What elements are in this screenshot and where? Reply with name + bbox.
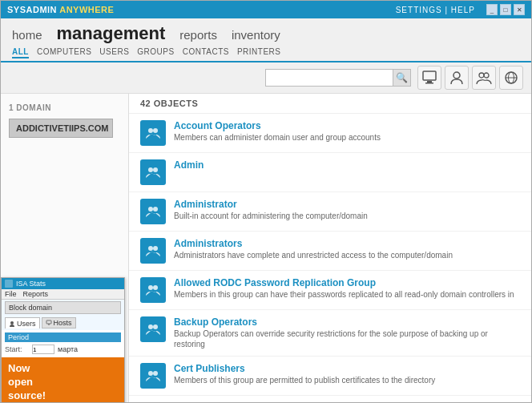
object-list-header: 42 OBJECTS <box>129 94 531 114</box>
svg-point-14 <box>153 128 158 133</box>
table-row[interactable]: Allowed RODC Password Replication Group … <box>129 271 531 310</box>
object-text: Administrators Administrators have compl… <box>174 238 453 260</box>
thumb-tab-users[interactable]: Users <box>5 317 40 328</box>
svg-rect-9 <box>5 280 13 288</box>
subnav-users[interactable]: USERS <box>99 47 129 58</box>
object-desc: Backup Operators can override security r… <box>174 328 520 349</box>
subnav-computers[interactable]: COMPUTERS <box>37 47 91 58</box>
thumb-tab-hosts[interactable]: Hosts <box>42 317 76 328</box>
maximize-button[interactable]: □ <box>500 4 511 15</box>
svg-point-20 <box>153 246 158 251</box>
close-button[interactable]: ✕ <box>514 4 525 15</box>
subnav-groups[interactable]: GROUPS <box>137 47 174 58</box>
search-input[interactable] <box>265 69 393 87</box>
settings-help[interactable]: SETTINGS | HELP <box>396 6 475 14</box>
object-icon <box>140 238 166 264</box>
nav-home[interactable]: home <box>12 28 42 42</box>
domain-button[interactable]: ADDICTIVETIIPS.COM <box>9 119 113 138</box>
svg-point-18 <box>153 207 158 212</box>
svg-rect-2 <box>425 83 433 84</box>
main-layout: 1 DOMAIN ADDICTIVETIIPS.COM ISA Stats Fi… <box>1 94 531 403</box>
block-domain-button[interactable]: Block domain <box>5 301 121 314</box>
object-icon <box>140 316 166 342</box>
svg-point-19 <box>148 246 153 251</box>
main-nav: home management reports inventory <box>12 23 520 44</box>
thumbnail-menubar: File Reports <box>2 289 124 300</box>
app-title: SYSADMIN ANYWHERE <box>7 5 114 14</box>
sub-nav: ALL COMPUTERS USERS GROUPS CONTACTS PRIN… <box>12 47 520 61</box>
start-input[interactable] <box>32 345 54 354</box>
object-desc: Members in this group can have their pas… <box>174 289 514 300</box>
nav-reports[interactable]: reports <box>179 28 217 42</box>
toolbar-group-icon[interactable] <box>472 66 496 90</box>
svg-point-22 <box>153 285 158 290</box>
svg-point-10 <box>10 321 14 324</box>
thumbnail-titlebar: ISA Stats <box>2 278 124 289</box>
period-label[interactable]: Period <box>5 332 121 342</box>
sidebar-domain-count: 1 DOMAIN <box>1 100 128 115</box>
thumbnail-content: Period Start: марта <box>2 330 124 357</box>
object-text: Admin <box>174 159 204 171</box>
object-desc: Members can administer domain user and g… <box>174 132 381 143</box>
svg-point-17 <box>148 207 153 212</box>
banner-line3: source! <box>8 389 118 403</box>
window-controls: SETTINGS | HELP _ □ ✕ <box>396 4 525 15</box>
svg-point-3 <box>453 72 460 79</box>
table-row[interactable]: Administrators Administrators have compl… <box>129 232 531 271</box>
object-name: Administrator <box>174 199 368 210</box>
svg-point-23 <box>148 324 153 329</box>
toolbar-computers-icon[interactable] <box>417 66 441 90</box>
search-bar: 🔍 <box>1 62 531 94</box>
app-highlight: ANYWHERE <box>59 5 114 14</box>
object-desc: Administrators have complete and unrestr… <box>174 250 453 260</box>
subnav-all[interactable]: ALL <box>12 47 29 58</box>
thumbnail-menu-reports[interactable]: Reports <box>23 290 49 298</box>
title-bar: SYSADMIN ANYWHERE SETTINGS | HELP _ □ ✕ <box>1 1 531 18</box>
toolbar-globe-icon[interactable] <box>499 66 523 90</box>
object-list: 42 OBJECTS Account Operators Members can… <box>129 94 531 403</box>
svg-rect-12 <box>48 324 50 325</box>
table-row[interactable]: Account Operators Members can administer… <box>129 114 531 153</box>
search-button[interactable]: 🔍 <box>393 69 411 87</box>
object-name: Account Operators <box>174 120 381 131</box>
svg-point-13 <box>148 128 153 133</box>
table-row[interactable]: Admin <box>129 153 531 192</box>
table-row[interactable]: Administrator Built-in account for admin… <box>129 192 531 232</box>
object-icon <box>140 120 166 146</box>
banner-line2: open <box>8 376 118 389</box>
sidebar: 1 DOMAIN ADDICTIVETIIPS.COM ISA Stats Fi… <box>1 94 129 403</box>
nav-inventory[interactable]: inventory <box>232 28 280 42</box>
svg-point-15 <box>148 167 153 172</box>
object-text: Administrator Built-in account for admin… <box>174 199 368 221</box>
object-name: Allowed RODC Password Replication Group <box>174 277 514 288</box>
minimize-button[interactable]: _ <box>486 4 498 15</box>
object-desc: Members of this group are permitted to p… <box>174 375 435 385</box>
object-name: Backup Operators <box>174 316 520 328</box>
subnav-printers[interactable]: PRINTERS <box>237 47 281 58</box>
object-icon <box>140 277 166 303</box>
table-row[interactable]: Backup Operators Backup Operators can ov… <box>129 310 531 357</box>
start-row: Start: марта <box>5 344 121 355</box>
thumbnail-window: ISA Stats File Reports Block domain User… <box>1 277 125 403</box>
object-icon <box>140 159 166 185</box>
svg-rect-11 <box>46 320 51 324</box>
app-name: SYSADMIN <box>7 5 57 14</box>
object-name: Cert Publishers <box>174 363 435 374</box>
svg-point-5 <box>484 73 489 78</box>
svg-point-26 <box>153 371 158 376</box>
window-buttons[interactable]: _ □ ✕ <box>486 4 525 15</box>
thumbnail-menu-file[interactable]: File <box>5 290 17 298</box>
subnav-contacts[interactable]: CONTACTS <box>183 47 229 58</box>
table-row[interactable]: Certificate Service DCOM Access Members … <box>129 396 531 403</box>
object-text: Backup Operators Backup Operators can ov… <box>174 316 520 349</box>
object-name: Admin <box>174 159 204 171</box>
svg-point-21 <box>148 285 153 290</box>
object-icon <box>140 363 166 389</box>
thumbnail-title: ISA Stats <box>16 280 46 288</box>
toolbar-user-icon[interactable] <box>445 66 469 90</box>
nav-management[interactable]: management <box>57 23 166 44</box>
table-row[interactable]: Cert Publishers Members of this group ar… <box>129 357 531 396</box>
open-source-banner: Now open source! <box>2 357 124 403</box>
object-text: Allowed RODC Password Replication Group … <box>174 277 514 300</box>
object-name: Administrators <box>174 238 453 249</box>
